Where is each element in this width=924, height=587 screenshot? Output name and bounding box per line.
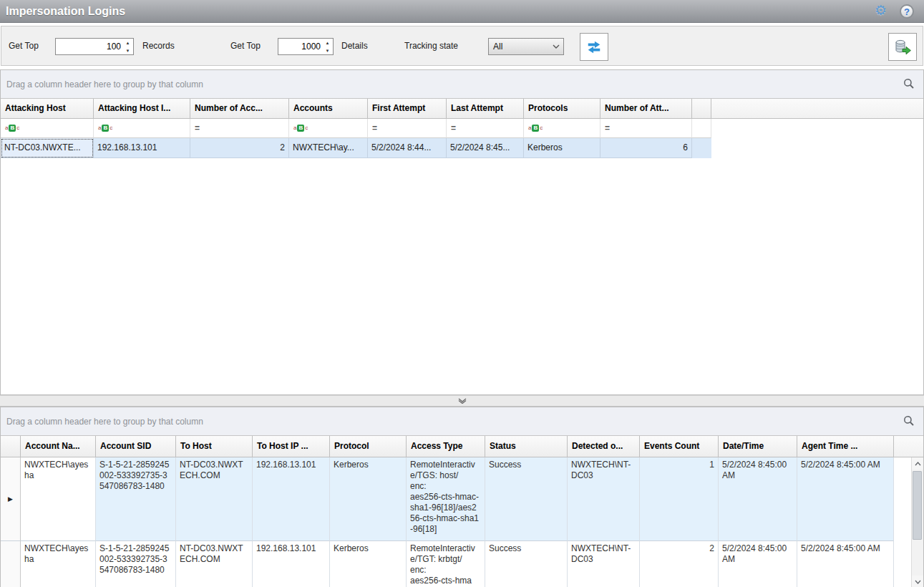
column-header-detected-on[interactable]: Detected o...: [568, 436, 640, 457]
scroll-up-icon[interactable]: [912, 457, 923, 470]
cell-events-count[interactable]: 1: [640, 457, 719, 541]
filter-cell[interactable]: =: [190, 119, 289, 138]
chevron-down-icon: [457, 398, 467, 404]
text-filter-icon: aBc: [528, 125, 543, 132]
group-by-panel[interactable]: Drag a column header here to group by th…: [1, 70, 923, 99]
cell-to-host-ip[interactable]: 192.168.13.101: [253, 457, 330, 541]
cell-account-sid[interactable]: S-1-5-21-2859245002-533392735-3547086783…: [96, 541, 176, 587]
records-spin-buttons: ▲ ▼: [122, 39, 133, 54]
column-header-account-sid[interactable]: Account SID: [96, 436, 176, 457]
row-indicator[interactable]: [1, 541, 21, 587]
table-row[interactable]: NWXTECH\ayesha S-1-5-21-2859245002-53339…: [1, 541, 894, 587]
details-header-row: Account Na... Account SID To Host To Hos…: [1, 436, 923, 457]
cell-access-type[interactable]: RemoteInteractive/TGT: krbtgt/ enc: aes2…: [407, 541, 485, 587]
column-header-protocols[interactable]: Protocols: [524, 99, 600, 119]
cell-detected-on[interactable]: NWXTECH\NT-DC03: [568, 457, 640, 541]
equals-filter-icon: =: [605, 123, 610, 133]
cell-account-name[interactable]: NWXTECH\ayesha: [21, 457, 96, 541]
cell-attacking-host-ip[interactable]: 192.168.13.101: [94, 138, 190, 158]
filter-cell[interactable]: aBc: [524, 119, 600, 138]
splitter-handle[interactable]: [0, 395, 924, 407]
cell-account-sid[interactable]: S-1-5-21-2859245002-533392735-3547086783…: [96, 457, 176, 541]
cell-number-of-attempts[interactable]: 6: [600, 138, 692, 158]
filter-cell[interactable]: =: [600, 119, 692, 138]
column-header-status[interactable]: Status: [485, 436, 568, 457]
cell-account-name[interactable]: NWXTECH\ayesha: [21, 541, 96, 587]
cell-number-of-accounts[interactable]: 2: [190, 138, 289, 158]
cell-access-type[interactable]: RemoteInteractive/TGS: host/ enc: aes256…: [407, 457, 485, 541]
settings-gear-icon[interactable]: ⚙: [875, 4, 887, 18]
cell-agent-time[interactable]: 5/2/2024 8:45:00 AM: [797, 457, 894, 541]
details-rows-area: ▶ NWXTECH\ayesha S-1-5-21-2859245002-533…: [1, 457, 923, 587]
group-by-panel[interactable]: Drag a column header here to group by th…: [1, 407, 923, 436]
column-header-account-name[interactable]: Account Na...: [21, 436, 96, 457]
cell-protocols[interactable]: Kerberos: [524, 138, 600, 158]
column-header-number-of-attempts[interactable]: Number of Att...: [600, 99, 692, 119]
search-icon[interactable]: [903, 78, 915, 92]
refresh-button[interactable]: [580, 33, 608, 61]
text-filter-icon: aBc: [5, 125, 19, 132]
column-header-protocol[interactable]: Protocol: [330, 436, 407, 457]
chevron-down-icon: [549, 44, 563, 49]
cell-to-host[interactable]: NT-DC03.NWXTECH.COM: [176, 541, 253, 587]
cell-protocol[interactable]: Kerberos: [330, 541, 407, 587]
column-header-events-count[interactable]: Events Count: [640, 436, 719, 457]
cell-to-host-ip[interactable]: 192.168.13.101: [253, 541, 330, 587]
filter-cell[interactable]: =: [368, 119, 447, 138]
row-indicator[interactable]: ▶: [1, 457, 21, 541]
column-header-to-host-ip[interactable]: To Host IP ...: [253, 436, 330, 457]
text-filter-icon: aBc: [98, 125, 112, 132]
cell-date-time[interactable]: 5/2/2024 8:45:00 AM: [719, 457, 797, 541]
cell-detected-on[interactable]: NWXTECH\NT-DC03: [568, 541, 640, 587]
search-icon[interactable]: [903, 415, 915, 429]
scrollbar-thumb[interactable]: [913, 471, 922, 540]
tracking-state-value: All: [493, 42, 549, 52]
group-by-hint: Drag a column header here to group by th…: [6, 79, 203, 89]
column-header-attacking-host-ip[interactable]: Attacking Host I...: [94, 99, 190, 119]
cell-events-count[interactable]: 2: [640, 541, 719, 587]
cell-status[interactable]: Success: [485, 457, 568, 541]
filter-cell[interactable]: aBc: [94, 119, 190, 138]
filter-cell[interactable]: =: [447, 119, 524, 138]
filter-cell[interactable]: aBc: [1, 119, 94, 138]
table-row[interactable]: NT-DC03.NWXTE... 192.168.13.101 2 NWXTEC…: [1, 138, 711, 158]
cell-accounts[interactable]: NWXTECH\ay...: [289, 138, 368, 158]
cell-last-attempt[interactable]: 5/2/2024 8:45...: [447, 138, 524, 158]
records-input[interactable]: [56, 39, 122, 54]
window-title-bar: Impersonation Logins ⚙ ?: [0, 0, 924, 23]
cell-date-time[interactable]: 5/2/2024 8:45:00 AM: [719, 541, 797, 587]
spin-down-icon[interactable]: ▼: [122, 47, 133, 54]
cell-status[interactable]: Success: [485, 541, 568, 587]
details-label: Details: [341, 41, 368, 51]
column-header-attacking-host[interactable]: Attacking Host: [1, 99, 94, 119]
export-button[interactable]: [888, 33, 917, 61]
cell-to-host[interactable]: NT-DC03.NWXTECH.COM: [176, 457, 253, 541]
column-header-to-host[interactable]: To Host: [176, 436, 253, 457]
column-header-date-time[interactable]: Date/Time: [719, 436, 797, 457]
vertical-scrollbar[interactable]: [911, 457, 923, 587]
column-header-empty: [692, 99, 711, 119]
column-header-number-of-accounts[interactable]: Number of Acc...: [190, 99, 289, 119]
spin-up-icon[interactable]: ▲: [322, 39, 333, 47]
column-header-accounts[interactable]: Accounts: [289, 99, 368, 119]
column-header-last-attempt[interactable]: Last Attempt: [447, 99, 524, 119]
records-label: Records: [142, 41, 175, 51]
table-row[interactable]: ▶ NWXTECH\ayesha S-1-5-21-2859245002-533…: [1, 457, 894, 541]
tracking-state-select[interactable]: All: [488, 38, 564, 55]
scroll-down-icon[interactable]: [912, 576, 923, 587]
column-header-first-attempt[interactable]: First Attempt: [368, 99, 447, 119]
column-header-agent-time[interactable]: Agent Time ...: [797, 436, 894, 457]
summary-header-row: Attacking Host Attacking Host I... Numbe…: [1, 99, 923, 119]
spin-up-icon[interactable]: ▲: [122, 39, 133, 47]
cell-first-attempt[interactable]: 5/2/2024 8:44...: [368, 138, 447, 158]
help-icon[interactable]: ?: [900, 4, 914, 19]
column-header-access-type[interactable]: Access Type: [407, 436, 485, 457]
header-filler: [894, 436, 923, 457]
filter-cell[interactable]: aBc: [289, 119, 368, 138]
cell-attacking-host[interactable]: NT-DC03.NWXTE...: [1, 138, 94, 158]
auto-filter-row: aBc aBc = aBc = = aBc =: [1, 119, 923, 138]
cell-protocol[interactable]: Kerberos: [330, 457, 407, 541]
cell-agent-time[interactable]: 5/2/2024 8:45:00 AM: [797, 541, 894, 587]
spin-down-icon[interactable]: ▼: [322, 47, 333, 54]
details-input[interactable]: [278, 39, 322, 54]
